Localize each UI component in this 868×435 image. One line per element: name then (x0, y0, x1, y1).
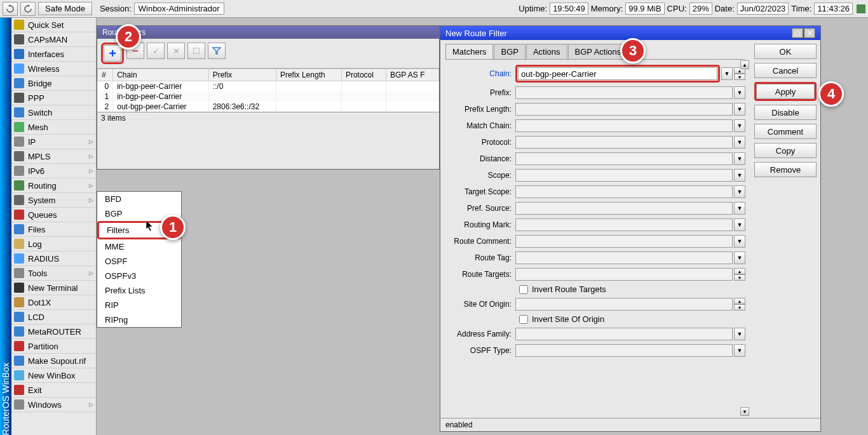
prefix-input[interactable] (515, 86, 733, 99)
nrf-tab-actions[interactable]: Actions (526, 44, 567, 59)
undo-button[interactable] (3, 2, 18, 16)
scope-input[interactable] (515, 169, 733, 182)
rf-table-row[interactable]: 1in-bgp-peer-Carrier (98, 91, 439, 102)
rf-column-header[interactable]: Prefix (208, 69, 276, 81)
ok-button[interactable]: OK (754, 44, 817, 59)
nrf-scrollbar[interactable]: ▲ ▼ (740, 60, 749, 416)
sidebar-item-mesh[interactable]: Mesh (11, 120, 96, 135)
prefix_length-input[interactable] (515, 103, 733, 116)
sidebar-item-tools[interactable]: Tools▷ (11, 266, 96, 281)
sidebar-icon (14, 180, 24, 191)
nrf-tab-bgp[interactable]: BGP (494, 44, 525, 59)
af-input[interactable] (515, 328, 733, 340)
rf-table-row[interactable]: 0in-bgp-peer-Carrier::/0 (98, 81, 439, 92)
ospf-input[interactable] (515, 344, 733, 357)
sidebar-icon (14, 107, 24, 117)
nrf-tab-matchers[interactable]: Matchers (445, 44, 493, 59)
sidebar-item-new-terminal[interactable]: New Terminal (11, 281, 96, 295)
route_tag-input[interactable] (515, 251, 733, 264)
invert-rt-checkbox[interactable] (519, 285, 528, 294)
sidebar-item-radius[interactable]: RADIUS (11, 251, 96, 266)
submenu-item-bfd[interactable]: BFD (97, 192, 181, 206)
disable-button[interactable]: Disable (754, 105, 817, 120)
remove-button[interactable]: Remove (754, 162, 817, 177)
scroll-down[interactable]: ▼ (740, 407, 749, 416)
nrf-tab-bgp-actions[interactable]: BGP Actions (568, 44, 628, 59)
cancel-button[interactable]: Cancel (754, 63, 817, 78)
prefix-label: Prefix: (445, 88, 515, 97)
sidebar-item-switch[interactable]: Switch (11, 105, 96, 120)
sidebar-item-dot1x[interactable]: Dot1X (11, 295, 96, 310)
submenu-item-mme[interactable]: MME (97, 239, 181, 254)
site-origin-input[interactable] (515, 298, 733, 311)
comment-button[interactable]: ☐ (187, 43, 205, 59)
submenu-item-ospfv3[interactable]: OSPFv3 (97, 269, 181, 283)
sidebar-item-files[interactable]: Files (11, 222, 96, 237)
sidebar-item-new-winbox[interactable]: New WinBox (11, 368, 96, 383)
sidebar-item-partition[interactable]: Partition (11, 339, 96, 354)
add-button[interactable]: + (104, 45, 121, 62)
minimize-button[interactable]: □ (792, 28, 803, 38)
sidebar-item-make-supout-rif[interactable]: Make Supout.rif (11, 354, 96, 368)
rf-table-row[interactable]: 2out-bgp-peer-Carrier2806:3e6::/32 (98, 102, 439, 112)
comment-button[interactable]: Comment (754, 124, 817, 139)
sidebar-item-ipv6[interactable]: IPv6▷ (11, 164, 96, 178)
sidebar-item-interfaces[interactable]: Interfaces (11, 47, 96, 62)
safe-mode-button[interactable]: Safe Mode (38, 2, 92, 15)
sidebar-item-capsman[interactable]: CAPsMAN (11, 32, 96, 47)
rf-column-header[interactable]: Chain (113, 69, 208, 81)
sidebar-item-lcd[interactable]: LCD (11, 310, 96, 325)
enable-button[interactable]: ✓ (147, 43, 165, 59)
scroll-up[interactable]: ▲ (740, 60, 749, 69)
route_targets-input[interactable] (515, 268, 733, 281)
routing_mark-input[interactable] (515, 218, 733, 231)
route_comment-input[interactable] (515, 235, 733, 248)
submenu-item-prefix-lists[interactable]: Prefix Lists (97, 283, 181, 298)
chain-input[interactable] (518, 67, 717, 80)
rf-column-header[interactable]: # (98, 69, 113, 81)
sidebar-label: New Terminal (28, 283, 78, 293)
site-origin-label: Site Of Origin: (445, 300, 515, 309)
svg-rect-1 (14, 34, 24, 44)
sidebar-item-queues[interactable]: Queues (11, 208, 96, 222)
submenu-item-ospf[interactable]: OSPF (97, 254, 181, 269)
sidebar-item-exit[interactable]: Exit (11, 383, 96, 398)
disable-button[interactable]: ✕ (167, 43, 185, 59)
sidebar-item-wireless[interactable]: Wireless (11, 62, 96, 76)
sidebar-item-system[interactable]: System▷ (11, 193, 96, 208)
rf-footer: 3 items (97, 112, 439, 169)
sidebar-item-ip[interactable]: IP▷ (11, 135, 96, 149)
invert-so-checkbox[interactable] (519, 315, 528, 324)
rf-column-header[interactable]: Protocol (341, 69, 386, 81)
protocol-label: Protocol: (445, 138, 515, 147)
apply-button[interactable]: Apply (756, 84, 815, 99)
sidebar-label: Log (28, 239, 42, 249)
sidebar-item-bridge[interactable]: Bridge (11, 76, 96, 91)
target_scope-input[interactable] (515, 185, 733, 198)
match_chain-input[interactable] (515, 119, 733, 132)
close-button[interactable]: ✕ (804, 28, 815, 38)
filter-button[interactable] (208, 43, 226, 59)
rf-column-header[interactable]: Prefix Length (276, 69, 341, 81)
sidebar-item-quick-set[interactable]: Quick Set (11, 18, 96, 32)
sidebar-item-mpls[interactable]: MPLS▷ (11, 149, 96, 164)
invert-rt-label: Invert Route Targets (532, 284, 606, 294)
top-toolbar: Safe Mode Session: Winbox-Administrador … (0, 0, 868, 18)
svg-rect-2 (14, 49, 24, 59)
pref_source-input[interactable] (515, 202, 733, 215)
sidebar-item-metarouter[interactable]: MetaROUTER (11, 325, 96, 339)
sidebar-item-ppp[interactable]: PPP (11, 91, 96, 105)
sidebar-item-routing[interactable]: Routing▷ (11, 178, 96, 193)
submenu-item-rip[interactable]: RIP (97, 298, 181, 312)
sidebar-label: PPP (28, 93, 44, 103)
distance-input[interactable] (515, 152, 733, 165)
sidebar-item-log[interactable]: Log (11, 237, 96, 251)
submenu-item-ripng[interactable]: RIPng (97, 312, 181, 327)
chain-dropdown[interactable]: ▼ (721, 67, 733, 80)
protocol-input[interactable] (515, 136, 733, 149)
sidebar-item-windows[interactable]: Windows▷ (11, 398, 96, 412)
rf-column-header[interactable]: BGP AS F (386, 69, 439, 81)
redo-button[interactable] (20, 2, 36, 16)
copy-button[interactable]: Copy (754, 143, 817, 158)
cpu-label: CPU: (667, 4, 687, 13)
